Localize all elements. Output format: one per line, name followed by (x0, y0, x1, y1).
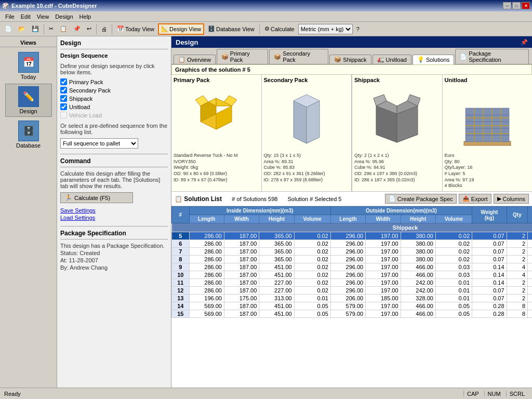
table-cell: 0.02 (435, 240, 472, 248)
database-view-button[interactable]: 🗄️ Database View (205, 23, 257, 35)
checkbox-primary[interactable] (60, 78, 67, 85)
table-cell: 0.01 (435, 295, 472, 302)
col-inside-width: Width (224, 215, 259, 223)
calculate-f5-button[interactable]: 🏃 Calculate (F5) (60, 192, 133, 203)
table-cell: 365.00 (259, 232, 294, 240)
overview-tab-label: Overview (187, 57, 211, 63)
table-header-row1: # Inside Dimension(mm)(m3) Outside Dimen… (172, 207, 533, 215)
tab-package-specification[interactable]: 📄 Package Specification (455, 49, 529, 64)
today-view-button[interactable]: 📅 Today View (114, 23, 157, 35)
table-row[interactable]: 5286.00187.00365.000.02296.00197.00380.0… (172, 232, 533, 240)
menu-help[interactable]: Help (76, 12, 95, 21)
checkbox-secondary[interactable] (60, 87, 67, 94)
table-row[interactable]: 9286.00187.00451.000.02296.00197.00466.0… (172, 263, 533, 271)
sequence-dropdown[interactable]: Full sequence to pallet Primary only Pri… (60, 138, 138, 149)
table-cell: 187.00 (224, 240, 259, 248)
table-row[interactable]: 6286.00187.00365.000.02296.00197.00380.0… (172, 240, 533, 248)
tab-overview[interactable]: 📋 Overview (174, 55, 216, 64)
row-num-cell: 5 (172, 232, 190, 240)
table-cell: 197.00 (366, 310, 401, 318)
table-row[interactable]: 11286.00187.00227.000.02296.00197.00242.… (172, 279, 533, 287)
minimize-button[interactable]: ─ (503, 2, 511, 9)
calculate-button[interactable]: ⚙ Calculate (262, 23, 297, 35)
table-row[interactable]: 14569.00187.00451.000.05579.00197.00466.… (172, 302, 533, 310)
table-cell: 0.02 (435, 248, 472, 256)
save-settings-button[interactable]: Save Settings (60, 207, 96, 214)
table-cell: 0.07 (472, 256, 507, 263)
help-button[interactable]: ? (354, 23, 362, 35)
close-button[interactable]: ✕ (522, 2, 530, 9)
table-container[interactable]: # Inside Dimension(mm)(m3) Outside Dimen… (171, 206, 532, 352)
table-cell: 313.00 (259, 295, 294, 302)
table-cell: 466.00 (401, 263, 435, 271)
tab-secondary-pack[interactable]: 📦 Secondary Pack (269, 49, 328, 64)
table-cell: 0.03 (435, 263, 472, 271)
col-outside-volume: Volume (435, 215, 472, 223)
shippack-detail-0: Qty: 2 (1 x 2 x 1) (354, 153, 440, 159)
table-cell: 2 (507, 295, 528, 302)
table-cell: 0.14 (472, 271, 507, 279)
table-cell: 187.00 (224, 279, 259, 287)
table-cell: 451.00 (259, 302, 294, 310)
today-icon: 📅 (18, 52, 39, 73)
calendar-icon: 📅 (117, 25, 124, 32)
table-row[interactable]: 12286.00187.00227.000.02296.00197.00242.… (172, 287, 533, 295)
table-cell: 197.00 (366, 232, 401, 240)
table-cell: Height (528, 271, 532, 279)
units-select[interactable]: Metric (mm + kg) Imperial (298, 24, 353, 34)
tb-print-button[interactable]: 🖨 (99, 23, 110, 35)
menu-edit[interactable]: Edit (18, 12, 34, 21)
cut-button[interactable]: ✂ (46, 23, 56, 35)
save-button[interactable]: 💾 (29, 23, 42, 35)
table-cell: 286.00 (189, 271, 224, 279)
menu-design[interactable]: Design (52, 12, 76, 21)
table-row[interactable]: 10286.00187.00451.000.02296.00197.00466.… (172, 271, 533, 279)
shippack-section: Shippack (352, 75, 443, 191)
col-vertical: Vertical (528, 207, 532, 223)
today-view-nav[interactable]: 📅 Today (5, 49, 52, 83)
checkbox-unitload[interactable] (60, 103, 67, 110)
tab-solutions[interactable]: 💡 Solutions (413, 55, 454, 64)
open-button[interactable]: 📂 (16, 23, 28, 35)
table-row[interactable]: 8286.00187.00365.000.02296.00197.00380.0… (172, 256, 533, 263)
table-cell: 0.14 (472, 279, 507, 287)
table-row[interactable]: 13196.00175.00313.000.01206.00185.00328.… (172, 295, 533, 302)
table-cell: 451.00 (259, 310, 294, 318)
table-row[interactable]: 15569.00187.00451.000.05579.00197.00466.… (172, 310, 533, 318)
tab-primary-pack[interactable]: 📦 Primary Pack (217, 49, 268, 64)
table-cell: Height (528, 279, 532, 287)
design-view-nav[interactable]: ✏️ Design (5, 84, 52, 117)
columns-button[interactable]: ▶ Columns (494, 194, 529, 204)
table-row[interactable]: 7286.00187.00365.000.02296.00197.00380.0… (172, 248, 533, 256)
unitload-svg (461, 89, 513, 149)
shippack-detail-4: ID: 286 x 187 x 365 (0.02m3) (354, 177, 440, 183)
copy-button[interactable]: 📋 (57, 23, 70, 35)
checkbox-shippack[interactable] (60, 95, 67, 102)
table-cell: Height (528, 310, 532, 318)
label-secondary: Secondary Pack (69, 87, 111, 94)
svg-rect-19 (466, 135, 509, 142)
paste-button[interactable]: 📌 (71, 23, 83, 35)
row-num-cell: 11 (172, 279, 190, 287)
table-cell: 196.00 (189, 295, 224, 302)
table-cell: 0.02 (294, 279, 330, 287)
database-view-nav[interactable]: 🗄️ Database (5, 118, 52, 151)
undo-button[interactable]: ↩ (84, 23, 94, 35)
export-button[interactable]: 📤 Export (459, 194, 491, 204)
design-view-button[interactable]: 📐 Design View (158, 23, 204, 35)
row-num-cell: 8 (172, 256, 190, 263)
tab-unitload[interactable]: 🚛 Unitload (373, 55, 411, 64)
menu-file[interactable]: File (2, 12, 18, 21)
new-button[interactable]: 📄 (2, 23, 15, 35)
menu-view[interactable]: View (34, 12, 52, 21)
save-load-section: Save Settings Load Settings (60, 207, 168, 221)
tab-shippack[interactable]: 📦 Shippack (329, 55, 371, 64)
secondary-pack-info: Qty: 15 (3 x 1 x 5) Area %: 89.31 Cube %… (264, 153, 350, 183)
maximize-button[interactable]: □ (512, 2, 521, 9)
load-settings-button[interactable]: Load Settings (60, 215, 95, 221)
table-cell: 380.00 (401, 248, 435, 256)
table-cell: 187.00 (224, 232, 259, 240)
table-cell: Height (528, 295, 532, 302)
create-package-spec-button[interactable]: 📄 Create Package Spec (385, 194, 457, 204)
table-cell: 197.00 (366, 248, 401, 256)
